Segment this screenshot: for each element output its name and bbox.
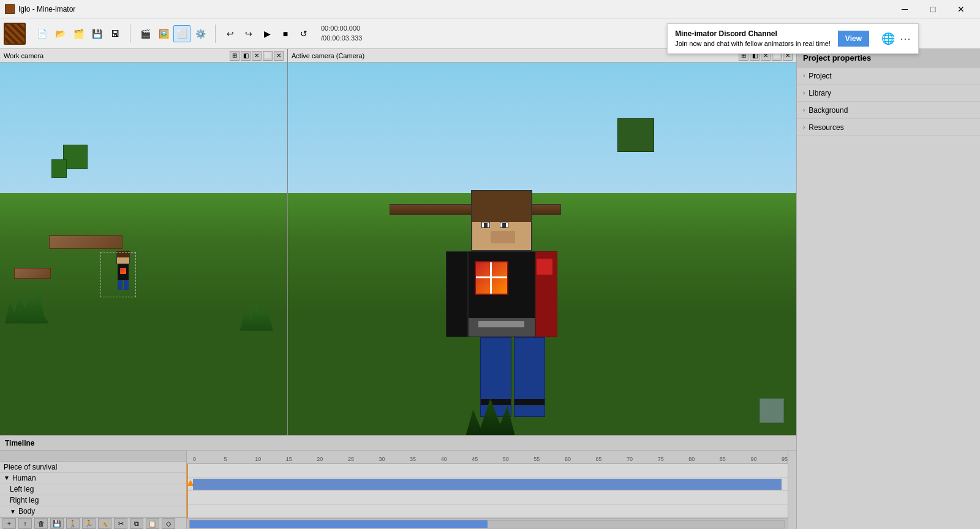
discord-body: Join now and chat with fellow animators … — [675, 40, 831, 47]
undo-button[interactable]: ↩ — [222, 25, 239, 42]
prop-arrow-resources: › — [803, 124, 805, 131]
timeline-layer-left-leg[interactable]: Left leg — [0, 484, 186, 495]
ruler-tick-65: 65 — [596, 456, 602, 462]
stop-button[interactable]: ■ — [277, 25, 294, 42]
track-row-piece-of-survival — [187, 464, 788, 478]
ruler-tick-85: 85 — [720, 456, 726, 462]
timeline-tracks[interactable] — [187, 464, 788, 518]
copy-button[interactable]: ⧉ — [130, 518, 143, 529]
tree-leaves-2 — [51, 159, 67, 178]
right-panel: Project properties › Project › Library ›… — [796, 49, 980, 529]
add-layer-button[interactable]: + — [2, 518, 16, 529]
work-camera-header: Work camera ⊞ ◧ ✕ ⬜ ✕ — [0, 49, 287, 63]
ruler-tick-90: 90 — [750, 456, 756, 462]
timeline-layer-body[interactable]: ▼ Body — [0, 506, 186, 517]
close-button[interactable]: ✕ — [947, 0, 975, 18]
anim-button[interactable]: 🏃 — [82, 518, 96, 529]
play-button[interactable]: ▶ — [258, 25, 276, 42]
scene-button[interactable]: 🎬 — [137, 25, 154, 42]
maximize-button[interactable]: □ — [919, 0, 947, 18]
selection-box — [100, 252, 136, 297]
timeline-layer-right-leg[interactable]: Right leg — [0, 495, 186, 506]
wc-ctrl-5[interactable]: ✕ — [274, 51, 284, 61]
delete-layer-button[interactable]: 🗑 — [34, 518, 48, 529]
open-button[interactable]: 📂 — [51, 25, 69, 42]
prop-library[interactable]: › Library — [797, 85, 980, 102]
minimize-button[interactable]: ─ — [891, 0, 919, 18]
viewport-area: Work camera ⊞ ◧ ✕ ⬜ ✕ — [0, 49, 796, 435]
layer-label: Human — [12, 474, 36, 482]
discord-view-button[interactable]: View — [838, 31, 869, 47]
timeline-title: Timeline — [5, 439, 34, 447]
settings-button[interactable]: ⚙️ — [192, 25, 209, 42]
keyframe-button[interactable]: ◇ — [162, 518, 175, 529]
active-camera-panel: Active camera (Camera) ⊞ ◧ ✕ ⬜ ✕ — [288, 49, 796, 435]
char-left-leg — [480, 337, 511, 417]
toolbar-separator-2 — [215, 25, 216, 43]
work-camera-controls: ⊞ ◧ ✕ ⬜ ✕ — [230, 51, 284, 61]
dirt-platform — [49, 235, 123, 249]
ruler-tick-25: 25 — [348, 456, 354, 462]
char-right-leg — [514, 337, 545, 417]
redo-button[interactable]: ↪ — [240, 25, 257, 42]
saveas-button[interactable]: 🖫 — [107, 25, 124, 42]
prop-project[interactable]: › Project — [797, 67, 980, 85]
char-body-row — [446, 251, 557, 337]
ruler-tick-20: 20 — [317, 456, 323, 462]
active-camera-canvas[interactable] — [288, 63, 796, 435]
prop-background[interactable]: › Background — [797, 102, 980, 119]
cube-icon — [760, 398, 784, 423]
layer-label: Piece of survival — [4, 463, 57, 471]
paste-button[interactable]: 📋 — [146, 518, 159, 529]
ruler-tick-70: 70 — [627, 456, 633, 462]
globe-icon[interactable]: 🌐 — [881, 32, 895, 45]
timeline-track-area: 05101520253035404550556065707580859095 — [187, 451, 788, 529]
work-camera-label: Work camera — [4, 52, 43, 59]
ruler-tick-95: 95 — [782, 456, 788, 462]
ruler-tick-15: 15 — [286, 456, 292, 462]
timeline-scrollbar[interactable] — [189, 520, 785, 528]
ruler-tick-60: 60 — [565, 456, 571, 462]
cut-button[interactable]: ✂ — [114, 518, 127, 529]
wc-ctrl-3[interactable]: ✕ — [252, 51, 262, 61]
char-body — [468, 251, 535, 337]
playback-toolbar-group: ↩ ↪ ▶ ■ ↺ — [222, 25, 312, 42]
move-up-button[interactable]: ↑ — [18, 518, 32, 529]
discord-icons: 🌐 ⋯ — [881, 32, 911, 45]
char-left-arm — [446, 251, 468, 337]
work-camera-canvas[interactable] — [0, 63, 287, 435]
playhead[interactable] — [187, 464, 188, 518]
track-bar-human[interactable] — [193, 479, 782, 490]
image-button[interactable]: 🖼️ — [155, 25, 172, 42]
save-layer-button[interactable]: 💾 — [50, 518, 64, 529]
track-row-left-leg — [187, 491, 788, 504]
main-area: Work camera ⊞ ◧ ✕ ⬜ ✕ — [0, 49, 980, 529]
timeline-layer-piece-of-survival[interactable]: Piece of survival — [0, 462, 186, 473]
vertical-scroll[interactable] — [788, 451, 796, 529]
layout-button[interactable]: ⬜ — [173, 25, 190, 42]
save-button[interactable]: 💾 — [88, 25, 105, 42]
char-head — [471, 190, 532, 251]
layer-label: Left leg — [10, 485, 34, 493]
new-button[interactable]: 📄 — [33, 25, 50, 42]
timeline-labels: Piece of survival ▼ Human Left leg Right… — [0, 451, 187, 529]
chest-design — [475, 261, 508, 295]
expand-icon-body[interactable]: ▼ — [10, 508, 16, 515]
left-panel: Work camera ⊞ ◧ ✕ ⬜ ✕ — [0, 49, 796, 529]
prop-resources[interactable]: › Resources — [797, 119, 980, 136]
prop-arrow-background: › — [803, 107, 805, 113]
loop-button[interactable]: ↺ — [295, 25, 312, 42]
walk-button[interactable]: 🚶 — [66, 518, 80, 529]
wc-ctrl-1[interactable]: ⊞ — [230, 51, 239, 61]
ruler-tick-40: 40 — [441, 456, 447, 462]
timeline-layer-human[interactable]: ▼ Human — [0, 473, 186, 484]
pose-button[interactable]: 🤸 — [98, 518, 111, 529]
wc-ctrl-2[interactable]: ◧ — [241, 51, 251, 61]
time-total: /00:00:03.333 — [321, 34, 362, 43]
folder-button[interactable]: 🗂️ — [70, 25, 87, 42]
menu-icon[interactable]: ⋯ — [900, 32, 911, 45]
title-bar: Iglo - Mine-imator ─ □ ✕ — [0, 0, 980, 18]
discord-title: Mine-imator Discord Channel — [675, 29, 777, 38]
expand-icon[interactable]: ▼ — [4, 474, 10, 481]
wc-ctrl-4[interactable]: ⬜ — [263, 51, 273, 61]
